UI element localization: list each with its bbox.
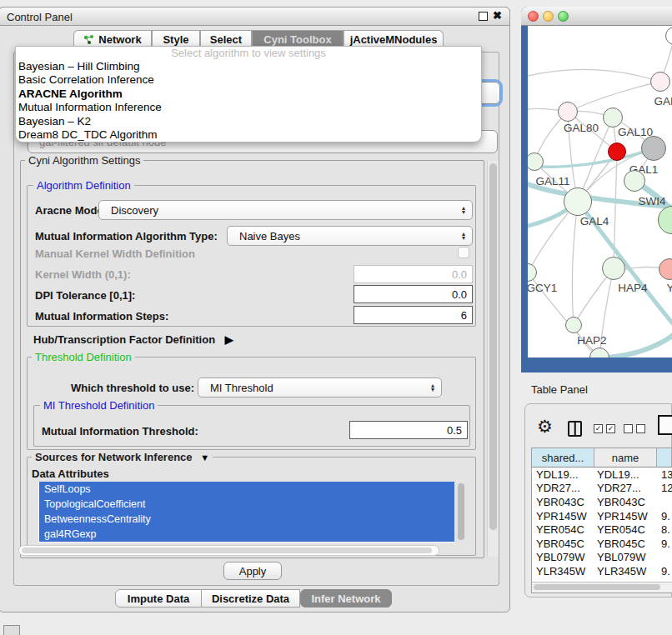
column-header-partial[interactable]	[657, 448, 672, 467]
table-row[interactable]: YLR345WYLR345W9.	[532, 564, 672, 578]
network-node-swi4[interactable]	[624, 170, 645, 192]
network-node-gal1[interactable]	[608, 142, 626, 161]
attributes-vertical-scrollbar[interactable]	[456, 482, 465, 542]
table-cell: YBR045C	[532, 538, 595, 550]
minimize-traffic-light-icon[interactable]	[543, 11, 554, 22]
aracne-mode-combo[interactable]: Discovery ▴▾	[98, 200, 473, 220]
table-cell: 8.	[658, 523, 672, 536]
manual-kernel-width-label: Manual Kernel Width Definition	[35, 248, 195, 260]
scrollbar-thumb[interactable]	[22, 548, 432, 553]
table-row[interactable]: YPR145WYPR145W9.	[532, 509, 672, 523]
bottom-tab-discretize-data[interactable]: Discretize Data	[202, 589, 300, 608]
hub-factor-definition-label: Hub/Transcription Factor Definition	[33, 333, 215, 346]
scrollbar-thumb[interactable]	[534, 584, 660, 590]
network-node-label: GAL	[654, 95, 672, 108]
aracne-mode-label: Aracne Mode:	[35, 204, 107, 217]
table-cell: YPR145W	[532, 510, 595, 522]
unchecked-checkbox-icon[interactable]	[636, 424, 645, 433]
bottom-tab-discretize-label: Discretize Data	[212, 592, 289, 605]
table-header: shared... name	[532, 448, 672, 468]
apply-button[interactable]: Apply	[223, 562, 282, 580]
algorithm-popup-prompt: Select algorithm to view settings	[16, 47, 481, 60]
algorithm-option[interactable]: Mutual Information Inference	[16, 101, 481, 114]
table-row[interactable]: YDR27...YDR27...12	[532, 482, 672, 496]
close-traffic-light-icon[interactable]	[528, 11, 539, 22]
sources-toggle[interactable]: Sources for Network Inference ▼	[32, 451, 213, 463]
network-node-hap2[interactable]	[565, 317, 582, 333]
table-row[interactable]: YER054CYER054C8.	[532, 522, 672, 537]
minimized-panel-button[interactable]	[3, 625, 20, 635]
table-cell: YBL079W	[595, 551, 658, 563]
tab-style-label: Style	[163, 33, 188, 46]
column-view-icon[interactable]	[568, 421, 582, 437]
table-cell: YDL19...	[595, 468, 658, 481]
mi-algorithm-type-combo[interactable]: Naive Bayes ▴▾	[227, 226, 473, 246]
mi-threshold-field[interactable]: 0.5	[349, 421, 468, 439]
network-node-hap4[interactable]	[602, 257, 625, 280]
column-header-name[interactable]: name	[594, 448, 657, 467]
column-header-shared[interactable]: shared...	[532, 448, 594, 467]
manual-kernel-width-checkbox[interactable]	[458, 247, 469, 258]
network-canvas[interactable]: GALGAL80GAL10GAL1GAL11SWI4GAL4GCY1HAP4YH…	[528, 26, 672, 358]
table-row[interactable]: YDL19...YDL19...13	[532, 468, 672, 482]
zoom-traffic-light-icon[interactable]	[558, 11, 569, 22]
hub-factor-definition-toggle[interactable]: Hub/Transcription Factor Definition ▶	[33, 333, 233, 346]
scrollbar-thumb[interactable]	[458, 483, 464, 540]
stepper-icon: ▴▾	[462, 206, 465, 215]
network-node-gal10[interactable]	[603, 108, 623, 128]
settings-vertical-scrollbar[interactable]	[487, 161, 499, 557]
mi-steps-field[interactable]: 6	[354, 306, 473, 324]
mi-threshold-value: 0.5	[447, 424, 462, 437]
table-cell: YDR27...	[595, 482, 658, 494]
close-icon[interactable]: ✖	[493, 9, 502, 22]
table-horizontal-scrollbar[interactable]	[532, 582, 672, 592]
table-cell: YBL079W	[532, 551, 595, 563]
table-cell: YLR345W	[532, 565, 595, 578]
algorithm-option[interactable]: Bayesian – Hill Climbing	[16, 60, 481, 73]
dpi-tolerance-field[interactable]: 0.0	[354, 285, 473, 303]
bottom-tab-impute-data[interactable]: Impute Data	[115, 589, 202, 608]
checked-checkbox-icon[interactable]: ✓	[594, 424, 603, 433]
network-node-label: GAL10	[618, 126, 653, 138]
network-node-label: Y	[666, 282, 672, 294]
network-node-gal4[interactable]	[564, 188, 592, 216]
network-node-label: GCY1	[528, 282, 557, 294]
attribute-list-item[interactable]: SelfLoops	[39, 482, 454, 497]
mi-threshold-label: Mutual Information Threshold:	[42, 425, 198, 438]
algorithm-option[interactable]: Dream8 DC_TDC Algorithm	[16, 128, 481, 142]
tab-network-label: Network	[98, 33, 141, 46]
float-window-icon[interactable]	[479, 12, 488, 21]
data-attributes-list[interactable]: SelfLoopsTopologicalCoefficientBetweenne…	[38, 482, 454, 542]
table-row[interactable]: YBR045CYBR045C9.	[532, 537, 672, 551]
table-row[interactable]: YBL079WYBL079W	[532, 551, 672, 565]
settings-horizontal-scrollbar[interactable]	[18, 545, 439, 556]
attribute-list-item[interactable]: TopologicalCoefficient	[39, 497, 454, 512]
attribute-list-item[interactable]: gal4RGexp	[39, 527, 454, 542]
attribute-list-item[interactable]: BetweennessCentrality	[39, 512, 454, 527]
dpi-tolerance-label: DPI Tolerance [0,1]:	[35, 289, 135, 302]
algorithm-popup-list[interactable]: Bayesian – Hill ClimbingBasic Correlatio…	[16, 60, 481, 142]
network-node-gal[interactable]	[650, 72, 670, 92]
checked-checkbox-icon[interactable]: ✓	[606, 424, 615, 433]
tab-select-label: Select	[210, 33, 242, 46]
table-cell: YLR345W	[595, 565, 658, 578]
collapse-arrow-icon: ▼	[200, 452, 209, 462]
node-table[interactable]: shared... name YDL19...YDL19...13YDR27..…	[531, 448, 672, 593]
table-row[interactable]: YBR043CYBR043C	[532, 495, 672, 509]
control-panel-titlebar[interactable]	[0, 7, 510, 26]
algorithm-option[interactable]: Bayesian – K2	[16, 115, 481, 128]
gear-icon[interactable]: ⚙	[537, 417, 553, 437]
algorithm-option[interactable]: Basic Correlation Inference	[16, 73, 481, 87]
network-node-gal80[interactable]	[558, 102, 578, 122]
table-cell: 9.	[658, 565, 672, 578]
table-cell: YPR145W	[595, 510, 658, 522]
new-table-icon[interactable]	[658, 415, 672, 435]
bottom-tab-infer-network[interactable]: Infer Network	[300, 589, 392, 608]
unchecked-checkbox-icon[interactable]	[624, 424, 633, 433]
network-node[interactable]	[641, 136, 666, 161]
algorithm-option[interactable]: ARACNE Algorithm	[16, 88, 481, 101]
kernel-width-field[interactable]: 0.0	[354, 265, 473, 283]
which-threshold-combo[interactable]: MI Threshold ▴▾	[198, 378, 442, 398]
table-body[interactable]: YDL19...YDL19...13YDR27...YDR27...12YBR0…	[532, 468, 672, 584]
scrollbar-thumb[interactable]	[489, 163, 497, 530]
